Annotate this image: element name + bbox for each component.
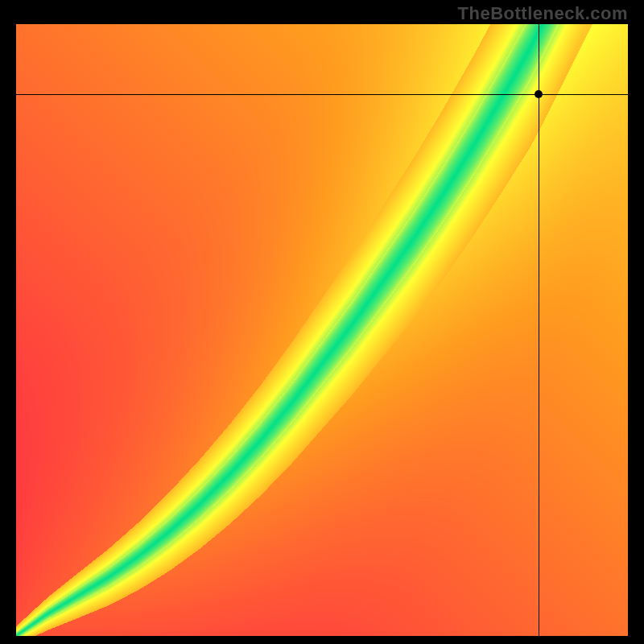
chart-container: TheBottleneck.com <box>0 0 644 644</box>
watermark-text: TheBottleneck.com <box>458 3 628 24</box>
plot-area <box>16 24 628 636</box>
heatmap-canvas <box>16 24 628 636</box>
